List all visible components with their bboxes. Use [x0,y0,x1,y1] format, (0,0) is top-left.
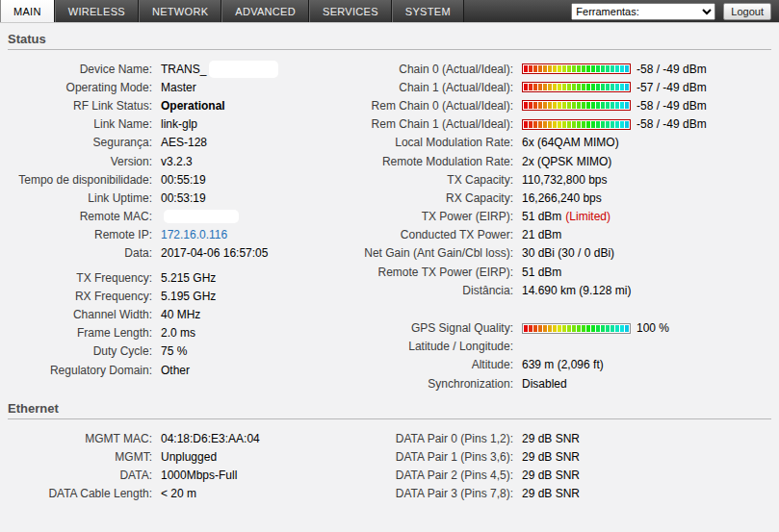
status-right-column: Chain 0 (Actual/Ideal):-58 / -49 dBmChai… [354,60,771,393]
tab-network[interactable]: NETWORK [139,0,221,22]
signal-bar-segment [567,325,571,332]
field-value-text: 29 dB SNR [522,450,580,464]
field-value-text: 100 % [636,321,669,335]
field-label: DATA Pair 0 (Pins 1,2): [354,432,522,445]
signal-bar-segment [596,325,600,332]
signal-bar-segment [558,102,561,109]
field-label: Duty Cycle: [8,344,161,358]
tab-main[interactable]: MAIN [0,0,55,22]
field-value: -57 / -49 dBm [522,81,707,94]
field-value-text: 16,266,240 bps [522,191,602,205]
ethernet-section-title: Ethernet [8,401,771,416]
field-value-text: 00:53:19 [161,191,206,205]
signal-bar-segment [538,65,542,72]
signal-bar-segment [538,121,542,128]
field-label: RX Frequency: [8,290,161,303]
field-value-text: 29 dB SNR [522,487,580,500]
signal-bar-segment [543,121,547,128]
signal-bar-segment [529,84,532,90]
signal-bar-segment [591,65,595,72]
signal-bar-segment [615,325,619,332]
signal-bar-segment [543,84,547,90]
chain0-signal-bar [522,63,631,74]
signal-bar-segment [562,121,566,128]
signal-bar-segment [533,102,537,109]
signal-bar-segment [567,102,571,109]
signal-bar-segment [596,84,600,90]
field-value: 2017-04-06 16:57:05 [161,246,268,260]
signal-bar-segment [582,84,585,90]
field-value-text: 29 dB SNR [522,469,580,482]
field-value: 14.690 km (9.128 mi) [522,284,631,297]
field-label: Conducted TX Power: [354,228,522,241]
status-row: Tempo de disponibilidade:00:55:19 [8,170,354,189]
signal-bar-segment [538,102,542,109]
top-nav-bar: MAINWIRELESSNETWORKADVANCEDSERVICESSYSTE… [0,0,779,23]
status-row: Version:v3.2.3 [8,152,354,170]
signal-bar-segment [533,84,537,90]
signal-bar-segment [601,102,605,109]
field-value-text: 14.690 km (9.128 mi) [522,284,631,297]
tab-advanced[interactable]: ADVANCED [221,0,309,22]
status-row: Conducted TX Power:21 dBm [354,226,771,244]
field-label: DATA Pair 3 (Pins 7,8): [354,487,522,500]
ethernet-row: MGMT:Unplugged [8,447,354,466]
tab-system[interactable]: SYSTEM [392,0,464,22]
signal-bar-segment [620,121,624,128]
ethernet-row: DATA:1000Mbps-Full [8,467,354,485]
signal-bar-segment [615,121,619,128]
field-value-text: -58 / -49 dBm [636,117,707,131]
field-value-text: 00:55:19 [161,173,206,187]
signal-bar-segment [562,325,566,332]
field-value: 6x (64QAM MIMO) [522,136,619,149]
field-label: DATA Cable Length: [8,487,161,500]
status-row: Latitude / Longitude: [354,338,771,356]
signal-bar-segment [620,84,624,90]
signal-bar-segment [615,102,619,109]
field-value-text: 21 dBm [522,228,561,241]
field-label: Synchronization: [354,377,522,391]
field-value: Operational [161,99,225,113]
status-row: Remote IP:172.16.0.116 [8,226,354,244]
tab-wireless[interactable]: WIRELESS [55,0,139,22]
field-label: Latitude / Longitude: [354,340,522,353]
field-label: Segurança: [8,136,161,149]
field-label: Frame Length: [8,326,161,340]
status-row: Rem Chain 1 (Actual/Ideal):-58 / -49 dBm [354,115,771,134]
remote-ip-link[interactable]: 172.16.0.116 [161,228,227,241]
signal-bar-segment [606,121,610,128]
field-label: Version: [8,155,161,168]
logout-button[interactable]: Logout [723,3,771,20]
field-value-text: TRANS_ [161,63,206,76]
signal-bar-segment [601,121,605,128]
ethernet-row: MGMT MAC:04:18:D6:E3:AA:04 [8,429,354,447]
field-value: 639 m (2,096 ft) [522,358,604,371]
signal-bar-segment [533,325,537,332]
field-value-text: -57 / -49 dBm [636,81,707,94]
signal-bar-segment [625,325,629,332]
tools-dropdown[interactable]: Ferramentas: [571,3,715,20]
field-value: 16,266,240 bps [522,191,602,205]
status-row: GPS Signal Quality:100 % [354,318,771,337]
ethernet-right-column: DATA Pair 0 (Pins 1,2):29 dB SNRDATA Pai… [354,429,771,503]
signal-bar-segment [586,84,590,90]
field-label: Remote MAC: [8,210,161,223]
status-row: TX Capacity:110,732,800 bps [354,170,771,189]
nav-right-controls: Ferramentas: Logout [571,0,779,22]
signal-bar-segment [572,65,576,72]
signal-bar-segment [577,121,581,128]
field-label: DATA: [8,469,161,482]
status-row: Frame Length:2.0 ms [8,324,354,342]
field-label: MGMT: [8,450,161,464]
field-value: 2.0 ms [161,326,195,340]
status-row: Remote MAC: [8,208,354,226]
field-label: Regulatory Domain: [8,364,161,377]
signal-bar-segment [582,325,585,332]
signal-bar-segment [572,102,576,109]
signal-bar-segment [620,65,624,72]
signal-bar-segment [543,325,547,332]
tab-services[interactable]: SERVICES [309,0,392,22]
status-section: Status Device Name:TRANS_Operating Mode:… [0,32,779,393]
signal-bar-segment [601,65,605,72]
field-label: GPS Signal Quality: [354,321,522,335]
